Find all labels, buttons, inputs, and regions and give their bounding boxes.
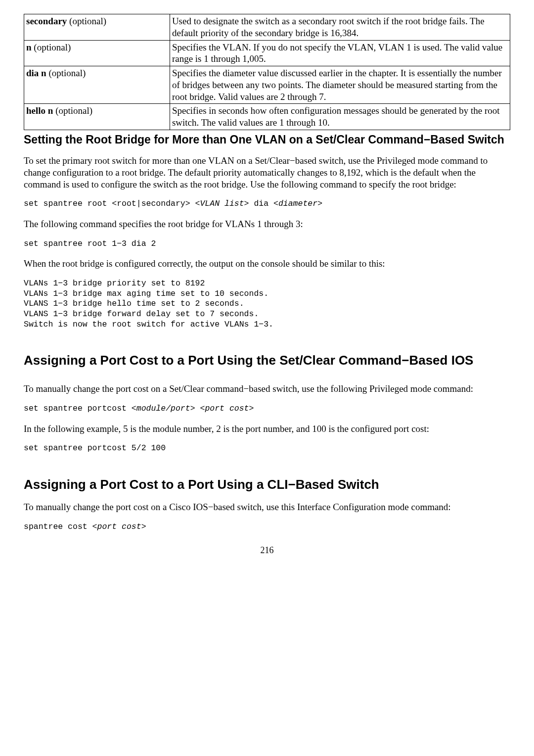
- option-desc: Specifies in seconds how often configura…: [170, 104, 510, 130]
- option-desc: Specifies the diameter value discussed e…: [170, 66, 510, 104]
- option-label-suffix: (optional): [53, 105, 92, 116]
- paragraph: The following command specifies the root…: [24, 218, 510, 230]
- code-block: set spantree portcost <module/port> <por…: [24, 404, 510, 414]
- option-label-suffix: (optional): [46, 68, 86, 78]
- option-label: n: [26, 42, 32, 52]
- table-row: n (optional) Specifies the VLAN. If you …: [24, 40, 510, 66]
- option-label: dia n: [26, 68, 46, 78]
- paragraph: When the root bridge is configured corre…: [24, 258, 510, 270]
- table-row: secondary (optional) Used to designate t…: [24, 14, 510, 41]
- section-heading-root-bridge: Setting the Root Bridge for More than On…: [24, 133, 510, 146]
- page-number: 216: [24, 545, 510, 556]
- option-desc: Used to designate the switch as a second…: [170, 14, 510, 41]
- section-heading-port-cost-setclear: Assigning a Port Cost to a Port Using th…: [24, 353, 510, 368]
- options-table: secondary (optional) Used to designate t…: [24, 14, 510, 130]
- code-block: spantree cost <port cost>: [24, 522, 510, 532]
- code-block: VLANs 1−3 bridge priority set to 8192 VL…: [24, 279, 510, 330]
- section-heading-port-cost-cli: Assigning a Port Cost to a Port Using a …: [24, 477, 510, 492]
- paragraph: To set the primary root switch for more …: [24, 155, 510, 190]
- code-block: set spantree root 1−3 dia 2: [24, 239, 510, 249]
- code-block: set spantree portcost 5/2 100: [24, 443, 510, 454]
- paragraph: To manually change the port cost on a Ci…: [24, 501, 510, 513]
- table-row: dia n (optional) Specifies the diameter …: [24, 66, 510, 104]
- paragraph: In the following example, 5 is the modul…: [24, 423, 510, 435]
- table-row: hello n (optional) Specifies in seconds …: [24, 104, 510, 130]
- code-block: set spantree root <root|secondary> <VLAN…: [24, 199, 510, 209]
- option-label: secondary: [26, 16, 67, 26]
- paragraph: To manually change the port cost on a Se…: [24, 383, 510, 395]
- option-label-suffix: (optional): [32, 42, 71, 52]
- option-label: hello n: [26, 105, 53, 116]
- option-desc: Specifies the VLAN. If you do not specif…: [170, 40, 510, 66]
- option-label-suffix: (optional): [67, 16, 106, 26]
